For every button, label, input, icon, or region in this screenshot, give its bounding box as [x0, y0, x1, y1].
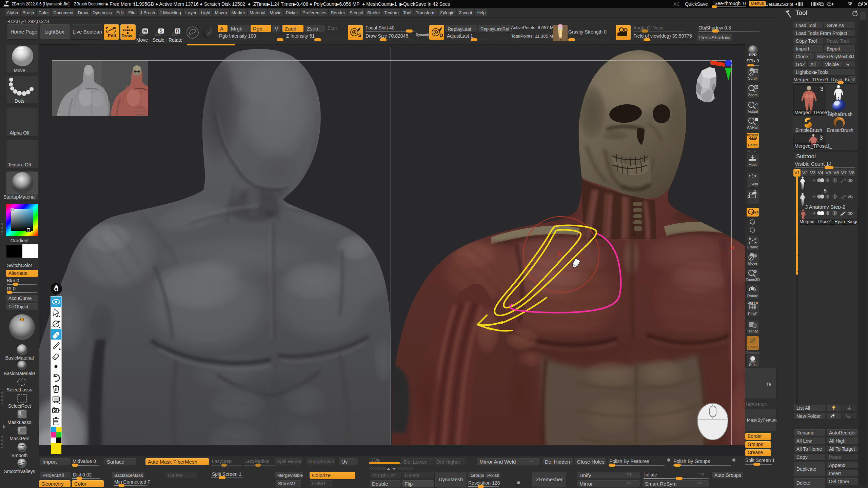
svg-text:x1: x1	[755, 102, 758, 106]
svg-text:Z: Z	[752, 229, 754, 233]
svg-text:3: 3	[820, 135, 823, 141]
svg-text:Y: Y	[752, 221, 755, 225]
svg-text:Line Fill: Line Fill	[748, 301, 758, 304]
svg-text:3: 3	[820, 86, 823, 92]
svg-text:XYZ: XYZ	[751, 211, 759, 215]
svg-text:Dynamic: Dynamic	[747, 133, 758, 136]
